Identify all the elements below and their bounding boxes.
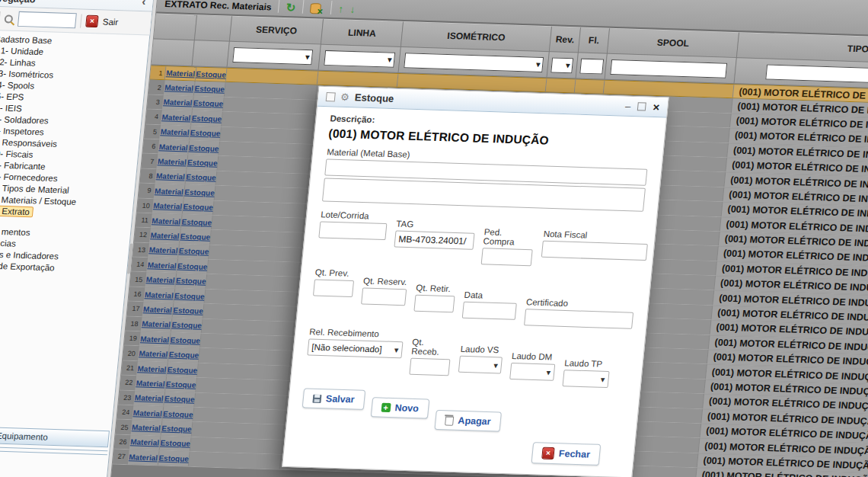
estoque-link[interactable]: Estoque: [189, 143, 220, 152]
estoque-link[interactable]: Estoque: [160, 439, 191, 448]
lote-input[interactable]: [318, 221, 387, 240]
header-fl[interactable]: Fl.: [579, 27, 610, 53]
qt-receb-input[interactable]: [409, 358, 450, 376]
material-link[interactable]: Material: [145, 290, 174, 299]
dialog-checkbox[interactable]: [326, 92, 336, 101]
refresh-icon[interactable]: ↻: [286, 2, 296, 13]
material-link[interactable]: Material: [140, 335, 170, 344]
apagar-button[interactable]: Apagar: [434, 410, 502, 432]
nota-fiscal-label: Nota Fiscal: [543, 229, 649, 242]
header-servico[interactable]: SERVIÇO: [230, 16, 324, 45]
maximize-icon[interactable]: [637, 102, 646, 110]
material-link[interactable]: Material: [132, 408, 162, 418]
laudo-vs-select[interactable]: ▾: [458, 356, 503, 374]
estoque-link[interactable]: Estoque: [186, 173, 217, 182]
certificado-input[interactable]: [524, 309, 633, 329]
tag-input[interactable]: [394, 231, 474, 250]
material-link[interactable]: Material: [163, 98, 193, 107]
estoque-link[interactable]: Estoque: [181, 217, 212, 226]
material-link[interactable]: Material: [152, 216, 181, 226]
sair-icon[interactable]: ×: [85, 15, 99, 28]
minimize-icon[interactable]: –: [625, 101, 631, 111]
material-link[interactable]: Material: [130, 438, 160, 447]
selected-item-label[interactable]: Extrato: [0, 205, 34, 216]
qt-retir-input[interactable]: [413, 295, 455, 313]
material-link[interactable]: Material: [143, 305, 173, 314]
material-link[interactable]: Material: [134, 394, 164, 403]
sidebar-search-input[interactable]: [18, 11, 77, 28]
qt-reserv-input[interactable]: [361, 287, 407, 306]
estoque-link[interactable]: Estoque: [177, 261, 208, 271]
estoque-link[interactable]: Estoque: [158, 453, 190, 463]
data-input[interactable]: [462, 302, 517, 320]
estoque-link[interactable]: Estoque: [174, 291, 206, 300]
search-icon[interactable]: [4, 14, 13, 23]
estoque-link[interactable]: Estoque: [191, 114, 222, 123]
material-link[interactable]: Material: [150, 231, 180, 240]
fl-filter-input[interactable]: [579, 58, 604, 74]
material-link[interactable]: Material: [153, 201, 183, 210]
estoque-link[interactable]: Estoque: [173, 306, 204, 315]
material-link[interactable]: Material: [136, 379, 165, 388]
fechar-button[interactable]: × Fechar: [531, 442, 602, 466]
estoque-link[interactable]: Estoque: [163, 409, 194, 418]
close-icon[interactable]: ×: [653, 101, 660, 114]
material-link[interactable]: Material: [156, 172, 186, 181]
estoque-link[interactable]: Estoque: [183, 203, 214, 212]
collapse-sidebar-icon[interactable]: ‹: [142, 0, 146, 7]
servico-filter-select[interactable]: ▾: [232, 47, 313, 65]
laudo-tp-select[interactable]: ▾: [562, 370, 609, 388]
estoque-link[interactable]: Estoque: [164, 395, 196, 404]
ped-compra-input[interactable]: [481, 248, 533, 266]
nota-fiscal-input[interactable]: [541, 241, 648, 261]
salvar-button[interactable]: Salvar: [302, 388, 365, 410]
linha-filter-select[interactable]: ▾: [324, 50, 395, 67]
material-link[interactable]: Material: [157, 157, 187, 166]
estoque-link[interactable]: Estoque: [170, 335, 201, 344]
estoque-link[interactable]: Estoque: [165, 379, 196, 389]
estoque-link[interactable]: Estoque: [167, 365, 198, 374]
move-down-icon[interactable]: ↓: [349, 5, 356, 15]
estoque-link[interactable]: Estoque: [187, 158, 219, 168]
move-up-icon[interactable]: ↑: [338, 4, 344, 14]
material-link[interactable]: Material: [158, 142, 188, 152]
estoque-link[interactable]: Estoque: [171, 321, 203, 330]
header-linha[interactable]: LINHA: [321, 19, 404, 47]
estoque-link[interactable]: Estoque: [193, 99, 224, 108]
estoque-link[interactable]: Estoque: [194, 85, 225, 94]
material-link[interactable]: Material: [129, 453, 158, 462]
material-link[interactable]: Material: [161, 113, 191, 122]
estoque-link[interactable]: Estoque: [161, 424, 193, 434]
isometrico-filter-select[interactable]: ▾: [404, 53, 544, 72]
header-spool[interactable]: SPOOL: [608, 28, 739, 58]
material-link[interactable]: Material: [160, 128, 190, 137]
rev-filter-select[interactable]: ▾: [550, 57, 573, 73]
material-link[interactable]: Material: [145, 275, 175, 284]
material-link[interactable]: Material: [142, 320, 171, 329]
estoque-link[interactable]: Estoque: [168, 351, 199, 360]
laudo-dm-select[interactable]: ▾: [509, 363, 555, 381]
accordion-equipamento[interactable]: Equipamento: [0, 425, 110, 447]
material-link[interactable]: Material: [137, 364, 167, 373]
material-link[interactable]: Material: [164, 83, 194, 92]
novo-button[interactable]: + Novo: [370, 397, 429, 418]
spool-filter-input[interactable]: [610, 59, 727, 78]
material-link[interactable]: Material: [155, 187, 184, 196]
estoque-link[interactable]: Estoque: [178, 247, 209, 256]
export-excel-icon[interactable]: [310, 3, 321, 14]
material-link[interactable]: Material: [148, 246, 178, 255]
material-link[interactable]: Material: [132, 423, 161, 432]
rel-recebimento-select[interactable]: [Não selecionado] ▾: [307, 338, 403, 358]
estoque-link[interactable]: Estoque: [184, 187, 215, 197]
header-rev[interactable]: Rev.: [550, 26, 581, 53]
tipo-filter-input[interactable]: [765, 64, 868, 86]
estoque-link[interactable]: Estoque: [176, 277, 207, 286]
estoque-link[interactable]: Estoque: [180, 232, 211, 242]
qt-prev-input[interactable]: [313, 279, 354, 297]
estoque-link[interactable]: Estoque: [196, 70, 227, 79]
material-link[interactable]: Material: [147, 261, 177, 270]
sair-button[interactable]: Sair: [102, 17, 119, 27]
estoque-link[interactable]: Estoque: [190, 129, 221, 138]
material-link[interactable]: Material: [166, 69, 196, 78]
material-link[interactable]: Material: [139, 349, 168, 358]
